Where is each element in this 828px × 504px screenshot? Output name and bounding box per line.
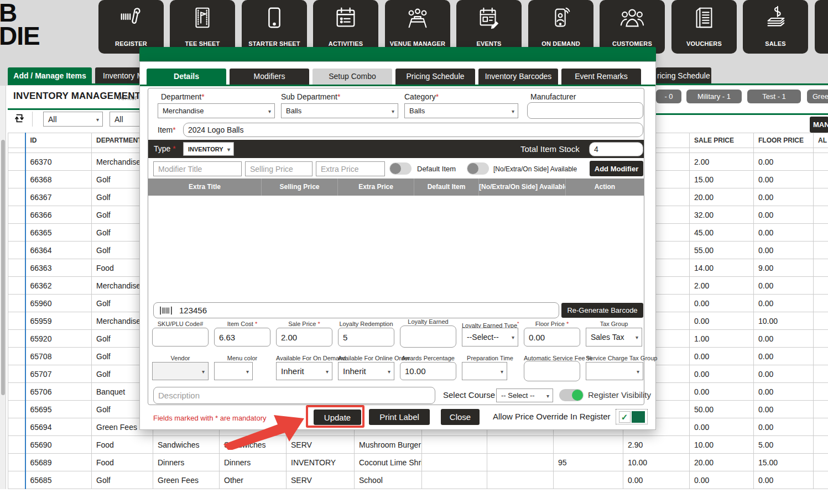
sku-input[interactable]	[152, 328, 209, 347]
calendar-list-icon	[333, 5, 358, 30]
online-order-label: Available For Online Order	[338, 355, 394, 361]
item-cost-input[interactable]	[214, 328, 270, 347]
description-input[interactable]	[153, 387, 435, 404]
tile-events[interactable]: EVENTS	[456, 0, 522, 54]
loyalty-earned-type-select[interactable]: --Select--	[462, 328, 518, 347]
modal-tab-modifiers[interactable]: Modifiers	[230, 69, 309, 85]
register-visibility-toggle[interactable]	[559, 389, 584, 401]
tile-activities[interactable]: ACTIVITIES	[313, 0, 378, 54]
regenerate-barcode-button[interactable]: Re-Generate Barcode	[561, 303, 643, 318]
available-toggle[interactable]	[467, 162, 489, 175]
right-underline	[656, 113, 828, 115]
price-pill-green-partial[interactable]: Gree	[807, 90, 828, 103]
left-scrollbar-thumb[interactable]	[1, 140, 5, 395]
modal-tab-setup-combo[interactable]: Setup Combo	[313, 69, 392, 85]
tile-partial[interactable]	[815, 0, 828, 54]
cell-floor-price: 0.00	[754, 153, 814, 171]
preparation-time-select[interactable]	[462, 362, 507, 380]
tab-add-manage-items[interactable]: Add / Manage Items	[8, 67, 92, 84]
modal-tab-event-remarks[interactable]: Event Remarks	[561, 69, 641, 85]
tile-venue-manager[interactable]: VENUE MANAGER	[385, 0, 450, 54]
menu-color-select[interactable]	[214, 362, 253, 380]
on-demand-select[interactable]: Inherit	[276, 362, 332, 380]
left-scrollbar-track[interactable]	[0, 86, 6, 489]
manufacturer-input[interactable]	[527, 102, 643, 119]
table-row[interactable]: 65685 Golf Green Fees Other SERV School …	[8, 471, 828, 489]
filter-dropdown-1[interactable]: All	[43, 112, 103, 127]
preparation-time-label: Preparation Time	[462, 355, 518, 361]
cell-blank-3	[814, 295, 828, 312]
tile-sales[interactable]: SALES	[743, 0, 808, 54]
close-button[interactable]: Close	[441, 409, 480, 425]
tile-tee-sheet[interactable]: TEE SHEET	[170, 0, 235, 54]
cell-blank-3	[814, 153, 828, 171]
tile-customers[interactable]: CUSTOMERS	[600, 0, 665, 54]
mandatory-note: Fields marked with * are mandatory	[153, 414, 266, 422]
update-button[interactable]: Update	[314, 410, 361, 425]
modifier-selling-price-input[interactable]	[245, 161, 313, 176]
cell-stock: 95	[554, 454, 623, 471]
tile-vouchers[interactable]: VOUCHERS	[671, 0, 737, 54]
auto-service-fee-input[interactable]	[524, 361, 580, 381]
modifier-title-input[interactable]	[153, 161, 242, 176]
tab-pricing-schedule-partial[interactable]: ricing Schedule	[656, 67, 711, 84]
total-item-stock-input[interactable]	[589, 142, 643, 156]
header-id[interactable]: ID	[25, 133, 92, 148]
tax-group-select[interactable]: Sales Tax	[586, 328, 642, 347]
price-pill-military[interactable]: Military - 1	[686, 90, 742, 103]
sub-department-select[interactable]: Balls	[281, 103, 398, 118]
sale-price-input[interactable]	[276, 328, 332, 347]
cell-sub-department: Dinners	[153, 454, 220, 471]
item-name-input[interactable]	[183, 123, 643, 137]
cell-floor-price: 0.00	[754, 171, 814, 188]
table-row[interactable]: 65689 Food Dinners Dinners INVENTORY Coc…	[8, 454, 828, 471]
cell-floor-price: 0.00	[754, 206, 814, 224]
print-label-button[interactable]: Print Label	[369, 409, 430, 425]
add-modifier-button[interactable]: Add Modifier	[590, 161, 643, 176]
select-course-select[interactable]: -- Select --	[496, 389, 553, 402]
floor-price-input[interactable]	[524, 328, 580, 347]
table-row[interactable]: 65690 Food Sandwiches Sandwiches SERV Mu…	[8, 436, 828, 454]
page-title: INVENTORY MANAGEMENT	[13, 91, 140, 102]
loyalty-earned-input[interactable]	[400, 326, 456, 348]
modal-tab-inventory-barcodes[interactable]: Inventory Barcodes	[478, 69, 558, 85]
cell-blank-3	[814, 418, 828, 436]
manage-button-partial[interactable]: MAN	[810, 117, 828, 133]
modal-tab-details[interactable]: Details	[147, 69, 226, 85]
department-select[interactable]: Merchandise	[158, 103, 275, 118]
refresh-icon[interactable]	[13, 112, 25, 127]
allow-price-override-checkbox[interactable]: ✓	[616, 409, 648, 424]
default-item-toggle[interactable]	[389, 162, 412, 175]
tile-starter-sheet[interactable]: STARTER SHEET	[242, 0, 307, 54]
cell-blank-3	[814, 330, 828, 348]
type-select[interactable]: INVENTORY	[183, 142, 234, 156]
tile-on-demand[interactable]: ON DEMAND	[528, 0, 593, 54]
barcode-field[interactable]: 123456	[153, 302, 559, 318]
cell-blank-3	[814, 312, 828, 330]
awards-percentage-input[interactable]	[400, 362, 456, 380]
service-charge-tax-select[interactable]	[586, 362, 643, 380]
cell-cost: 0.00	[623, 471, 690, 489]
vendor-select[interactable]	[152, 362, 209, 380]
loyalty-redemption-input[interactable]	[338, 328, 394, 347]
online-order-select[interactable]: Inherit	[338, 362, 394, 380]
cell-select	[8, 383, 25, 401]
sku-label: SKU/PLU Code#	[152, 321, 209, 327]
tile-register[interactable]: REGISTER	[98, 0, 164, 54]
cell-sale-price: 15.00	[690, 171, 754, 188]
header-sale-price[interactable]: SALE PRICE	[690, 133, 754, 148]
modal-tab-pricing-schedule[interactable]: Pricing Schedule	[395, 69, 475, 85]
service-charge-tax-label: Service Charge Tax Group	[586, 355, 642, 361]
category-select[interactable]: Balls	[404, 103, 518, 118]
cell-id: 65695	[25, 401, 92, 418]
cell-blank-3	[814, 206, 828, 224]
header-floor-price[interactable]: FLOOR PRICE	[754, 133, 814, 148]
modifier-extra-price-input[interactable]	[316, 161, 385, 176]
cell-department: Food	[92, 436, 153, 454]
modal-tabs-underline	[140, 85, 655, 86]
cell-select	[8, 188, 25, 206]
cell-id: 66366	[25, 206, 92, 224]
price-pill-test[interactable]: Test - 1	[747, 90, 801, 103]
toggle-knob	[390, 163, 401, 174]
price-pill-partial[interactable]: - 0	[656, 90, 681, 103]
